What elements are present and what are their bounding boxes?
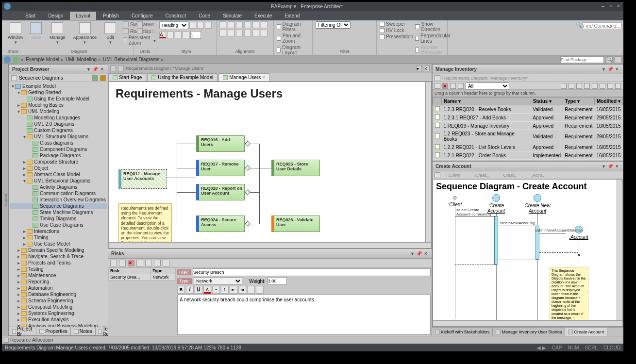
sequence-diagram-canvas[interactable]: Sequence Diagram - Create Account ☺:Clie… <box>433 179 623 327</box>
left-button[interactable]: ⇤ <box>230 286 237 294</box>
redo-button[interactable]: Redo <box>137 28 156 34</box>
hvlock-check[interactable]: HV Lock <box>380 28 413 33</box>
ribbon-tab-start[interactable]: Start <box>19 12 41 20</box>
diagram-canvas[interactable]: Requirements - Manage Users REQ011 - Man… <box>108 82 432 248</box>
tree-item[interactable]: ▸Geospatial Modeling <box>10 304 107 310</box>
link-button[interactable] <box>247 286 255 294</box>
manage-button[interactable]: Manage▾ <box>47 21 68 46</box>
tree-item[interactable]: ▾UML Structural Diagrams <box>10 133 107 140</box>
inv-help-icon[interactable] <box>607 83 613 89</box>
pan-zoom-button[interactable]: Pan and Zoom <box>277 33 309 44</box>
align-bot-icon[interactable] <box>261 21 268 28</box>
req011-box[interactable]: REQ011 - Manage User Accounts <box>118 169 167 189</box>
risks-menu-button[interactable]: ▾ <box>409 251 415 257</box>
diagram-layout-button[interactable]: Diagram Layout <box>277 45 309 55</box>
diagram-filters-button[interactable]: Diagram Filters <box>277 21 309 32</box>
ribbon-tab-configure[interactable]: Configure <box>126 12 158 20</box>
req017-box[interactable]: REQ017 - Remove User <box>196 160 245 176</box>
minimize-button[interactable]: – <box>600 3 606 9</box>
tree-icon[interactable] <box>11 75 17 81</box>
diag-close-icon[interactable]: × <box>424 66 430 71</box>
req025-box[interactable]: REQ025 - Store User Details <box>271 160 320 176</box>
tree-item[interactable]: ▸Maintenance <box>10 272 107 279</box>
ribbon-tab-simulate[interactable]: Simulate <box>217 12 248 20</box>
tree-item[interactable]: Timing Diagrams <box>10 215 107 222</box>
same-w-icon[interactable] <box>236 30 243 36</box>
toolbox-tab[interactable]: Toolbox <box>2 64 9 336</box>
ca-close-button[interactable]: × <box>614 164 620 169</box>
ribbon-tab-construct[interactable]: Construct <box>159 12 192 20</box>
filter-select[interactable]: Filtering Off <box>316 21 351 29</box>
tree-item[interactable]: Class diagrams <box>10 140 107 146</box>
inv-tool-icon[interactable] <box>600 83 605 89</box>
inv-filter-select[interactable]: All <box>466 83 509 89</box>
risks-close-button[interactable]: × <box>423 251 429 257</box>
tree-item[interactable]: Using the Example Model <box>10 96 107 102</box>
group-hint[interactable]: Drag a column header here to group by th… <box>433 90 623 97</box>
tree-item[interactable]: ▸Modeling Basics <box>10 102 107 108</box>
border-icon[interactable] <box>183 32 189 38</box>
table-row[interactable]: ProposedNote7/05/2015 <box>433 160 623 161</box>
inv-nav-icon[interactable] <box>615 83 621 89</box>
tree-item[interactable]: ▾UML Behavioral Diagrams <box>10 178 107 184</box>
checkbox-icon[interactable] <box>277 36 281 41</box>
req018-box[interactable]: REQ018 - Report on User Account <box>196 184 245 200</box>
diag-menu-icon[interactable]: ▾ <box>416 66 422 71</box>
ribbon-tab-layout[interactable]: Layout <box>70 12 96 20</box>
tree-item[interactable]: Custom Diagrams <box>10 127 107 133</box>
style-brush-icon[interactable] <box>197 22 204 29</box>
appearance-button[interactable]: Appearance▾ <box>70 21 100 46</box>
risks-save-icon[interactable] <box>119 260 126 266</box>
diag-nav-icon[interactable] <box>118 66 124 71</box>
same-size-icon[interactable] <box>252 30 259 36</box>
table-row[interactable]: 1 REQ019 - Manage InventoryApprovedRequi… <box>433 122 623 130</box>
risks-new-icon[interactable] <box>110 260 117 266</box>
showdir-check[interactable]: Show Direction <box>415 21 452 32</box>
inv-del-icon[interactable]: ✕ <box>442 83 448 89</box>
risks-print-icon[interactable] <box>136 260 143 266</box>
inv-refresh-icon[interactable] <box>450 83 456 89</box>
table-row[interactable]: 1.2 REQ023 - Store and Manage BooksValid… <box>433 130 623 143</box>
ca-pin-button[interactable]: 📌 <box>607 164 613 169</box>
tree-item[interactable]: ▸Execution Analysis <box>10 316 107 323</box>
inv-tool-icon[interactable] <box>592 83 598 89</box>
inv-close-button[interactable]: × <box>614 66 620 72</box>
nav-fwd-button[interactable] <box>13 56 19 63</box>
window-button[interactable]: Window▾ <box>5 21 26 46</box>
undo-button[interactable]: Undo <box>137 21 156 27</box>
checkbox-icon[interactable] <box>277 24 281 29</box>
breadcrumb-seg[interactable]: UML Modeling <box>66 57 97 62</box>
risk-input[interactable] <box>193 268 431 276</box>
tree-item[interactable]: ▸Navigate, Search & Trace <box>10 253 107 260</box>
pb-tab[interactable]: Project Br <box>9 327 36 335</box>
checkbox-icon[interactable] <box>277 48 281 52</box>
space-icon[interactable] <box>261 30 268 36</box>
panel-menu-button[interactable]: ▾ <box>85 66 91 72</box>
tree-item[interactable]: ▸Database Engineering <box>10 291 107 298</box>
inv-pin-button[interactable]: 📌 <box>607 66 613 72</box>
tree-item[interactable]: Package Diagrams <box>10 152 107 159</box>
tree-item[interactable]: ▸Reporting <box>10 279 107 285</box>
tree-item[interactable]: State Machine Diagrams <box>10 209 107 215</box>
up-arrow-icon[interactable] <box>92 75 98 81</box>
dist-v-icon[interactable] <box>228 30 234 36</box>
diag-nav-icon[interactable] <box>110 66 116 71</box>
tree-item[interactable]: Component Diagrams <box>10 146 107 152</box>
right-button[interactable]: ⇥ <box>238 286 246 294</box>
risks-delete-icon[interactable]: ✕ <box>128 260 134 266</box>
filter-icon[interactable] <box>615 56 621 63</box>
table-row[interactable]: 1.2.2 REQ021 - List Stock LevelsApproved… <box>433 143 623 151</box>
align-mid-icon[interactable] <box>252 21 259 28</box>
bottom-tab[interactable]: Manage Inventory User Stories <box>493 328 565 336</box>
line-color-icon[interactable] <box>175 32 182 38</box>
panel-pin-button[interactable]: 📌 <box>92 66 98 72</box>
tree-item[interactable]: Modelling Languages <box>10 115 107 121</box>
table-row[interactable]: 1.2.1 REQ022 - Order BooksImplementedReq… <box>433 151 623 160</box>
req024-box[interactable]: REQ024 - Secure Access <box>196 215 245 232</box>
risks-refresh-icon[interactable] <box>145 260 152 266</box>
align-right-icon[interactable] <box>236 21 243 28</box>
ca-tab[interactable]: :Creat... <box>469 172 496 178</box>
ca-tab[interactable]: Creat... <box>498 172 524 178</box>
risks-more-icon[interactable] <box>163 260 169 266</box>
tree-item[interactable]: ▸Automation <box>10 285 107 291</box>
